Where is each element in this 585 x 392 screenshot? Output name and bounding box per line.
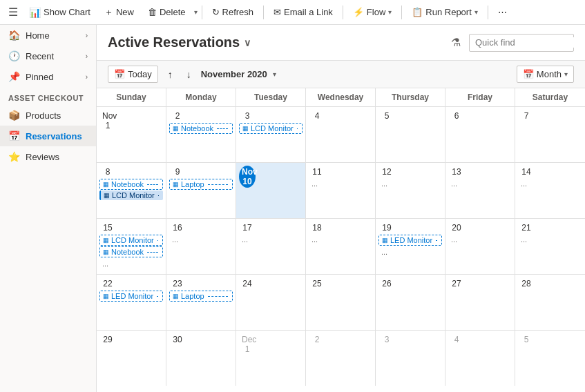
today-button[interactable]: 📅 Today xyxy=(108,66,158,83)
calendar-cell-w1-d3[interactable]: 3▦LCD Monitor xyxy=(236,107,306,162)
hamburger-menu[interactable]: ☰ xyxy=(6,3,21,21)
calendar-date-w2-d1: 8 xyxy=(99,166,116,178)
calendar-cell-w3-d2[interactable]: 16... xyxy=(166,219,236,274)
more-dots-w2-d7[interactable]: ... xyxy=(518,178,582,189)
search-input[interactable] xyxy=(475,37,585,48)
calendar-cell-w1-d6[interactable]: 6 xyxy=(445,107,515,162)
calendar-cell-w5-d5[interactable]: 3 xyxy=(376,331,445,386)
calendar-cell-w3-d1[interactable]: 15▦LCD Monitor▦Notebook... xyxy=(97,219,166,274)
calendar-cell-w3-d3[interactable]: 17... xyxy=(236,219,306,274)
calendar-cell-w4-d3[interactable]: 24 xyxy=(236,275,306,330)
calendar-cell-w5-d7[interactable]: 5 xyxy=(515,331,585,386)
run-report-label: Run Report xyxy=(425,7,471,17)
calendar-cell-w3-d4[interactable]: 18... xyxy=(306,219,376,274)
prev-month-button[interactable]: ↑ xyxy=(164,66,177,83)
calendar-cell-w3-d6[interactable]: 20... xyxy=(445,219,515,274)
report-dropdown-arrow: ▾ xyxy=(474,8,478,16)
view-selector-button[interactable]: 📅 Month ▾ xyxy=(517,66,574,83)
sidebar-item-pinned[interactable]: 📌 Pinned › xyxy=(0,66,96,87)
page-title: Active Reservations ∨ xyxy=(108,35,251,50)
event-w3-d1-1[interactable]: ▦Notebook xyxy=(99,246,163,257)
run-report-button[interactable]: 📋 Run Report ▾ xyxy=(406,4,483,20)
calendar-cell-w5-d1[interactable]: 29 xyxy=(97,331,166,386)
sidebar-item-recent[interactable]: 🕐 Recent › xyxy=(0,46,96,66)
calendar-cell-w2-d5[interactable]: 12... xyxy=(376,163,445,218)
calendar-cell-w5-d3[interactable]: Dec 1 xyxy=(236,331,306,386)
more-dots-w3-d4[interactable]: ... xyxy=(309,234,372,245)
calendar-cell-w2-d6[interactable]: 13... xyxy=(445,163,515,218)
event-dash-line xyxy=(157,296,158,297)
reservations-icon: 📅 xyxy=(8,130,20,141)
event-label: LED Monitor xyxy=(390,236,432,244)
more-dots-w3-d6[interactable]: ... xyxy=(448,234,512,245)
calendar-cell-w3-d5[interactable]: 19▦LED Monitor... xyxy=(376,219,445,274)
calendar-cell-w2-d3[interactable]: Nov 10 xyxy=(236,163,306,218)
calendar-icon-small: 📅 xyxy=(114,69,125,79)
month-dropdown-arrow[interactable]: ▾ xyxy=(273,70,276,78)
sidebar-item-home[interactable]: 🏠 Home › xyxy=(0,25,96,46)
main-layout: 🏠 Home › 🕐 Recent › 📌 Pinned › Asset Che… xyxy=(0,25,585,392)
more-options-button[interactable]: ⋯ xyxy=(492,4,512,20)
calendar-cell-w4-d7[interactable]: 28 xyxy=(515,275,585,330)
flow-icon: ⚡ xyxy=(353,7,364,17)
more-dots-w2-d5[interactable]: ... xyxy=(378,178,442,189)
calendar-cell-w2-d4[interactable]: 11... xyxy=(306,163,376,218)
new-button[interactable]: ＋ New xyxy=(99,3,140,21)
sidebar-item-reviews[interactable]: ⭐ Reviews xyxy=(0,146,96,167)
event-w1-d3-0[interactable]: ▦LCD Monitor xyxy=(239,123,303,134)
calendar-cell-w2-d7[interactable]: 14... xyxy=(515,163,585,218)
event-w2-d1-1[interactable]: ▦LCD Monitor xyxy=(99,190,163,200)
home-icon: 🏠 xyxy=(8,30,20,41)
calendar-cell-w5-d2[interactable]: 30 xyxy=(166,331,236,386)
calendar-cell-w1-d4[interactable]: 4 xyxy=(306,107,376,162)
more-dots-w2-d4[interactable]: ... xyxy=(309,178,372,189)
event-w2-d1-0[interactable]: ▦Notebook xyxy=(99,179,163,190)
search-box: 🔍 xyxy=(469,34,574,52)
sidebar: 🏠 Home › 🕐 Recent › 📌 Pinned › Asset Che… xyxy=(0,25,97,392)
calendar-cell-w1-d2[interactable]: 2▦Notebook xyxy=(166,107,236,162)
calendar-cell-w3-d7[interactable]: 21... xyxy=(515,219,585,274)
calendar-date-w1-d4: 4 xyxy=(309,110,325,122)
event-label: Laptop xyxy=(181,292,204,300)
calendar-cell-w2-d1[interactable]: 8▦Notebook▦LCD Monitor xyxy=(97,163,166,218)
show-chart-button[interactable]: 📊 Show Chart xyxy=(23,4,96,21)
event-w2-d2-0[interactable]: ▦Laptop xyxy=(169,179,233,190)
calendar-cell-w4-d4[interactable]: 25 xyxy=(306,275,376,330)
calendar-cell-w4-d1[interactable]: 22▦LED Monitor xyxy=(97,275,166,330)
calendar-cell-w2-d2[interactable]: 9▦Laptop xyxy=(166,163,236,218)
calendar-cell-w4-d2[interactable]: 23▦Laptop xyxy=(166,275,236,330)
event-w4-d2-0[interactable]: ▦Laptop xyxy=(169,291,233,302)
sidebar-item-reservations[interactable]: 📅 Reservations xyxy=(0,126,96,146)
event-w3-d1-0[interactable]: ▦LCD Monitor xyxy=(99,235,163,246)
email-link-button[interactable]: ✉ Email a Link xyxy=(268,4,338,20)
delete-button[interactable]: 🗑 Delete xyxy=(142,4,191,20)
flow-button[interactable]: ⚡ Flow ▾ xyxy=(347,4,397,20)
calendar-cell-w4-d5[interactable]: 26 xyxy=(376,275,445,330)
filter-button[interactable]: ⚗ xyxy=(448,33,463,52)
more-dots-w3-d3[interactable]: ... xyxy=(239,234,303,245)
more-dots-w3-d2[interactable]: ... xyxy=(169,234,233,245)
calendar-date-w4-d3: 24 xyxy=(239,277,256,290)
more-dots-w3-d1[interactable]: ... xyxy=(99,258,163,269)
more-dots-w3-d5[interactable]: ... xyxy=(378,246,442,257)
event-w4-d1-0[interactable]: ▦LED Monitor xyxy=(99,291,163,302)
more-dots-w3-d7[interactable]: ... xyxy=(518,234,582,245)
page-header: Active Reservations ∨ ⚗ 🔍 xyxy=(97,25,585,61)
calendar-cell-w1-d5[interactable]: 5 xyxy=(376,107,445,162)
event-w3-d5-0[interactable]: ▦LED Monitor xyxy=(378,235,442,246)
event-dash-line xyxy=(157,240,158,241)
calendar-cell-w4-d6[interactable]: 27 xyxy=(445,275,515,330)
calendar-cell-w5-d4[interactable]: 2 xyxy=(306,331,376,386)
event-w1-d2-0[interactable]: ▦Notebook xyxy=(169,123,233,134)
more-dots-w2-d6[interactable]: ... xyxy=(448,178,512,189)
calendar-cell-w1-d7[interactable]: 7 xyxy=(515,107,585,162)
next-month-button[interactable]: ↓ xyxy=(182,66,195,83)
page-title-chevron[interactable]: ∨ xyxy=(244,37,251,48)
calendar-cell-w5-d6[interactable]: 4 xyxy=(445,331,515,386)
refresh-button[interactable]: ↻ Refresh xyxy=(207,4,260,20)
delete-dropdown-arrow[interactable]: ▾ xyxy=(194,8,198,16)
calendar-date-w4-d7: 28 xyxy=(518,277,535,290)
calendar-cell-w1-d1[interactable]: Nov 1 xyxy=(97,107,166,162)
sidebar-item-products[interactable]: 📦 Products xyxy=(0,105,96,126)
calendar-date-w1-d5: 5 xyxy=(378,110,395,122)
